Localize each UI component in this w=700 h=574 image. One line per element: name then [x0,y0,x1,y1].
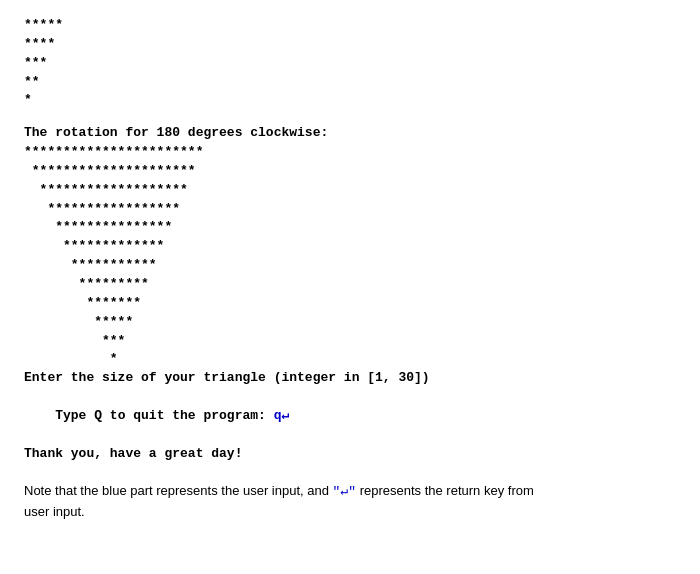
note-text-2: represents the return key from [356,483,534,498]
triangle-line-2: **** [24,35,676,54]
rotated-line-9: ******* [24,294,676,313]
rotation-heading: The rotation for 180 degrees clockwise: [24,124,676,143]
triangle-line-5: * [24,91,676,110]
rotated-line-11: *** [24,332,676,351]
prompt-line-2: Type Q to quit the program: q↵ [24,388,676,445]
note-text-1: Note that the blue part represents the u… [24,483,333,498]
note-text-3: user input. [24,504,85,519]
rotated-line-5: *************** [24,218,676,237]
rotated-line-10: ***** [24,313,676,332]
triangle-line-1: ***** [24,16,676,35]
prompt-prefix: Type Q to quit the program: [55,408,273,423]
terminal-output: ***** **** *** ** * The rotation for 180… [24,16,676,463]
note-section: Note that the blue part represents the u… [24,481,676,521]
rotated-line-8: ********* [24,275,676,294]
rotated-line-6: ************* [24,237,676,256]
prompt-line-3: Thank you, have a great day! [24,445,676,464]
rotated-line-2: ********************* [24,162,676,181]
triangle-line-4: ** [24,73,676,92]
return-key: ↵ [281,408,289,423]
note-code: "↵" [333,484,356,499]
rotated-line-7: *********** [24,256,676,275]
rotated-line-3: ******************* [24,181,676,200]
rotated-line-1: *********************** [24,143,676,162]
spacer-1 [24,110,676,124]
rotated-line-12: * [24,350,676,369]
prompt-line-1: Enter the size of your triangle (integer… [24,369,676,388]
rotated-line-4: ***************** [24,200,676,219]
triangle-line-3: *** [24,54,676,73]
